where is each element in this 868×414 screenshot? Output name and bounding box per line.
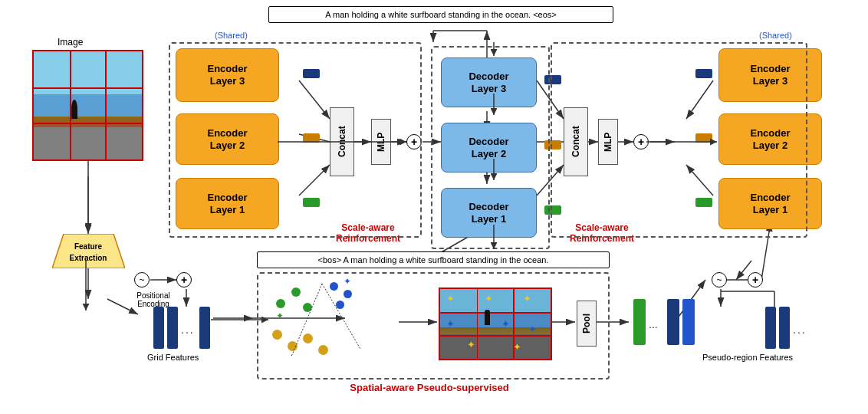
bottom-right-plus: + <box>748 272 763 288</box>
pseudo-region-label: Pseudo-region Features <box>694 353 801 362</box>
right-shared-label: (Shared) <box>759 31 792 40</box>
image-box <box>32 50 143 161</box>
bottom-right-tilde: ~ <box>712 272 727 288</box>
pseudo-bar-green <box>633 299 646 345</box>
spatial-aware-label: Spatial-aware Pseudo-supervised <box>307 382 552 393</box>
right-input-bar-2 <box>779 307 790 349</box>
image-label: Image <box>58 37 83 48</box>
left-shared-label: (Shared) <box>215 31 248 40</box>
svg-line-43 <box>291 284 322 356</box>
pool-box: Pool <box>577 301 597 347</box>
grid-feature-dots: ... <box>181 324 195 336</box>
positional-encoding-plus: + <box>176 272 192 288</box>
caption-top: A man holding a white surfboard standing… <box>268 6 613 23</box>
pseudo-bar-teal <box>682 299 695 345</box>
region-image: ✦ ✦ ✦ ✦ ✦ ✦ ✦ ✦ <box>439 288 552 360</box>
grid-feature-bar-2 <box>167 307 178 349</box>
svg-text:Feature: Feature <box>74 242 103 251</box>
grid-feature-bar-3 <box>199 307 210 349</box>
pseudo-bar-blue <box>667 299 679 345</box>
right-input-dots: ... <box>793 324 807 336</box>
positional-encoding-tilde: ~ <box>134 272 150 288</box>
right-input-bar-1 <box>765 307 776 349</box>
positional-encoding-label: PositionalEncoding <box>123 291 184 308</box>
caption-bottom: <bos> A man holding a white surfboard st… <box>257 251 610 268</box>
grid-feature-bar-1 <box>153 307 164 349</box>
pseudo-bar-dots: ... <box>649 318 658 330</box>
grid-features-label: Grid Features <box>147 353 199 362</box>
svg-line-44 <box>322 284 360 349</box>
